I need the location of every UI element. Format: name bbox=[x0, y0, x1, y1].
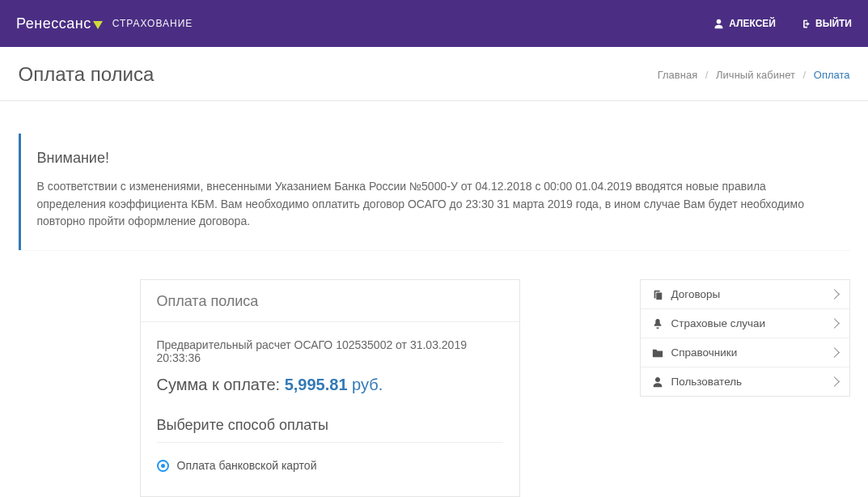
logout-label: ВЫЙТИ bbox=[815, 18, 852, 29]
breadcrumb-sep: / bbox=[705, 69, 709, 81]
folder-icon bbox=[652, 347, 663, 359]
precalc-line: Предварительный расчет ОСАГО 102535002 о… bbox=[157, 338, 503, 364]
breadcrumb: Главная / Личный кабинет / Оплата bbox=[658, 69, 850, 81]
sidebar-menu: Договоры Страховые случаи Справочники По… bbox=[640, 279, 850, 397]
logout-icon bbox=[800, 19, 811, 29]
amount-value: 5,995.81 bbox=[285, 376, 348, 393]
copy-icon bbox=[652, 289, 663, 300]
sidebar-item-claims[interactable]: Страховые случаи bbox=[641, 309, 849, 338]
logo-text: Ренессанс bbox=[16, 15, 103, 32]
amount-line: Сумма к оплате: 5,995.81 руб. bbox=[157, 376, 503, 394]
amount-currency: руб. bbox=[348, 376, 383, 393]
sidebar-item-user[interactable]: Пользователь bbox=[641, 367, 849, 396]
bell-icon bbox=[652, 318, 663, 329]
sidebar-item-contracts[interactable]: Договоры bbox=[641, 280, 849, 309]
amount-label: Сумма к оплате: bbox=[157, 376, 285, 393]
brand-logo[interactable]: Ренессанс СТРАХОВАНИЕ bbox=[16, 15, 193, 32]
radio-selected-icon bbox=[157, 460, 169, 472]
top-bar: Ренессанс СТРАХОВАНИЕ АЛЕКСЕЙ ВЫЙТИ bbox=[0, 0, 868, 47]
chevron-right-icon bbox=[829, 347, 840, 358]
payment-panel-title: Оплата полиса bbox=[141, 280, 519, 322]
user-icon bbox=[652, 376, 663, 388]
payment-method-header: Выберите способ оплаты bbox=[157, 417, 503, 443]
sidebar-item-label: Договоры bbox=[671, 288, 823, 300]
sidebar-item-label: Пользователь bbox=[671, 376, 823, 388]
user-menu[interactable]: АЛЕКСЕЙ bbox=[713, 18, 776, 29]
page-header-strip: Оплата полиса Главная / Личный кабинет /… bbox=[0, 47, 868, 101]
payment-panel: Оплата полиса Предварительный расчет ОСА… bbox=[140, 279, 520, 497]
sidebar-item-label: Страховые случаи bbox=[671, 317, 823, 329]
payment-method-card-label: Оплата банковской картой bbox=[177, 459, 317, 472]
alert-title: Внимание! bbox=[37, 150, 836, 167]
chevron-right-icon bbox=[829, 376, 840, 387]
top-actions: АЛЕКСЕЙ ВЫЙТИ bbox=[713, 18, 852, 29]
payment-method-card[interactable]: Оплата банковской картой bbox=[157, 459, 503, 472]
logo-triangle-icon bbox=[93, 21, 103, 29]
breadcrumb-sep: / bbox=[803, 69, 807, 81]
breadcrumb-current: Оплата bbox=[814, 69, 850, 81]
breadcrumb-home[interactable]: Главная bbox=[658, 69, 697, 81]
alert-box: Внимание! В соответствии с изменениями, … bbox=[19, 134, 850, 250]
alert-body: В соответствии с изменениями, внесенными… bbox=[37, 178, 836, 231]
chevron-right-icon bbox=[829, 289, 840, 299]
page-title: Оплата полиса bbox=[19, 63, 155, 86]
user-name-label: АЛЕКСЕЙ bbox=[729, 18, 776, 29]
user-icon bbox=[713, 19, 724, 29]
sidebar-item-references[interactable]: Справочники bbox=[641, 338, 849, 367]
sidebar-item-label: Справочники bbox=[671, 346, 823, 359]
chevron-right-icon bbox=[829, 318, 840, 329]
breadcrumb-section[interactable]: Личный кабинет bbox=[716, 69, 795, 81]
logo-subtext: СТРАХОВАНИЕ bbox=[112, 18, 193, 29]
logout-button[interactable]: ВЫЙТИ bbox=[800, 18, 852, 29]
